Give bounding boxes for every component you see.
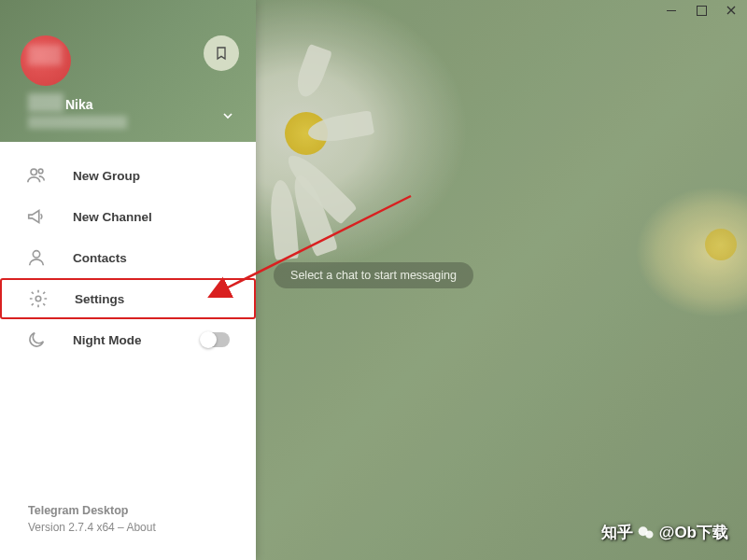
profile-header: Nika — [0, 0, 256, 142]
menu-item-new-group[interactable]: New Group — [0, 155, 256, 196]
svg-point-1 — [38, 169, 43, 174]
phone-redaction — [28, 116, 127, 129]
profile-name: Nika — [65, 97, 93, 112]
window-close-button[interactable] — [725, 4, 738, 17]
chevron-down-icon — [220, 108, 235, 123]
wechat-icon — [637, 524, 655, 542]
menu-item-settings[interactable]: Settings — [0, 278, 256, 319]
empty-chat-hint-text: Select a chat to start messaging — [274, 262, 473, 288]
menu-item-contacts[interactable]: Contacts — [0, 237, 256, 278]
saved-messages-button[interactable] — [204, 35, 239, 71]
app-version[interactable]: Version 2.7.4 x64 – About — [28, 521, 228, 534]
svg-point-2 — [33, 251, 39, 258]
menu-list: New Group New Channel Contacts Settings … — [0, 142, 256, 504]
person-icon — [26, 247, 47, 268]
group-icon — [26, 165, 47, 186]
watermark: 知乎 @Ob下载 — [601, 522, 728, 543]
menu-item-label: New Group — [73, 169, 140, 183]
sidebar-footer: Telegram Desktop Version 2.7.4 x64 – Abo… — [0, 504, 256, 560]
menu-item-label: Contacts — [73, 251, 127, 265]
app-name: Telegram Desktop — [28, 504, 228, 517]
bookmark-icon — [214, 46, 229, 61]
watermark-text: 知乎 — [601, 522, 633, 543]
svg-point-3 — [35, 296, 41, 301]
window-maximize-button[interactable] — [695, 4, 708, 17]
menu-item-night-mode[interactable]: Night Mode — [0, 319, 256, 360]
account-switcher-button[interactable] — [217, 105, 239, 127]
window-minimize-button[interactable] — [665, 4, 678, 17]
moon-icon — [26, 329, 47, 350]
svg-point-6 — [645, 530, 653, 538]
main-menu-drawer: Nika New Group New Channel Contacts — [0, 0, 256, 560]
avatar-blur — [28, 45, 62, 65]
name-redaction — [28, 93, 63, 112]
menu-item-new-channel[interactable]: New Channel — [0, 196, 256, 237]
night-mode-toggle[interactable] — [202, 332, 230, 347]
megaphone-icon — [26, 206, 47, 227]
menu-item-label: New Channel — [73, 210, 152, 224]
menu-item-label: Night Mode — [73, 333, 142, 347]
watermark-text: @Ob下载 — [659, 522, 728, 543]
svg-point-0 — [31, 169, 36, 175]
menu-item-label: Settings — [75, 292, 124, 306]
gear-icon — [28, 288, 49, 309]
